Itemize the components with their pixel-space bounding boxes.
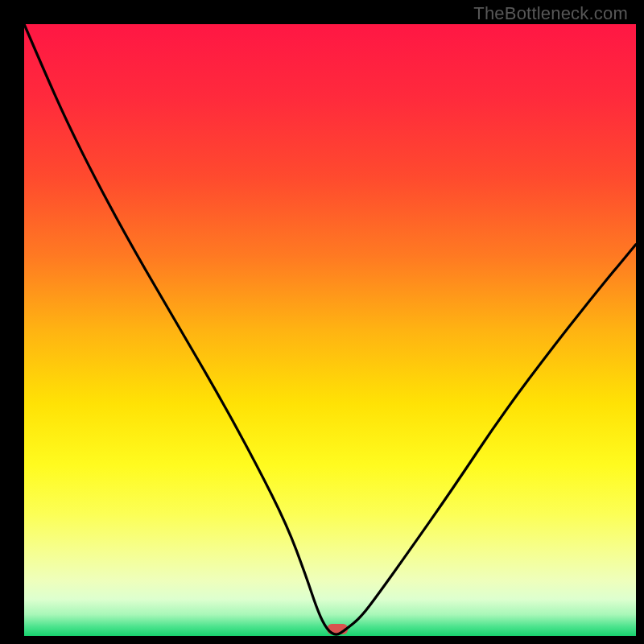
bottleneck-chart [0,0,644,644]
watermark-text: TheBottleneck.com [473,3,628,24]
chart-stage: TheBottleneck.com [0,0,644,644]
plot-background [24,24,636,636]
